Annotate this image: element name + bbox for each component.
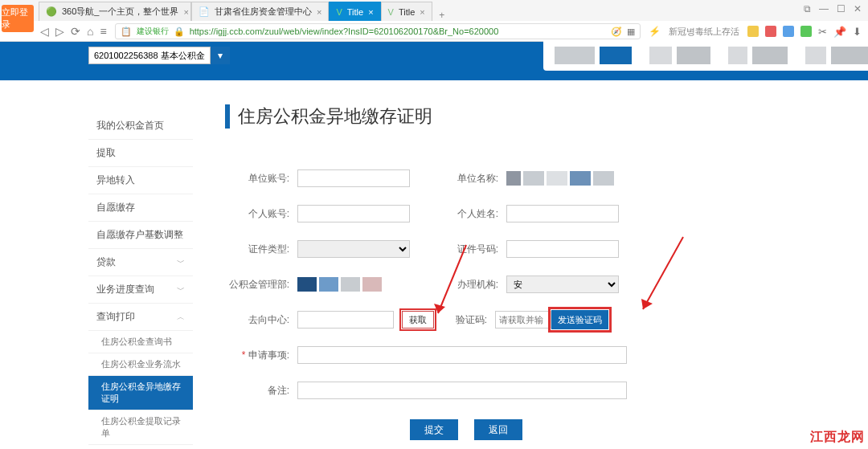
sidebar-item-query-doc[interactable]: 住房公积金查询书 [88,331,193,353]
sidebar-item-home[interactable]: 我的公积金首页 [88,112,193,140]
label-unit-acct: 单位账号: [225,172,297,186]
login-badge[interactable]: 立即登录 [2,5,34,32]
sidebar-item-progress[interactable]: 业务进度查询﹀ [88,276,193,304]
close-icon[interactable]: × [420,7,424,17]
page-header: ▾ [0,42,868,80]
shield-icon[interactable]: ⚡ [649,26,661,37]
cert-no-input[interactable] [506,240,619,258]
chevron-down-icon[interactable]: ▾ [211,47,230,64]
ext-icon[interactable] [800,26,812,37]
remark-input[interactable] [297,382,627,399]
label-vcode: 验证码: [439,313,495,327]
window-close-icon[interactable]: ✕ [854,3,862,14]
sidebar-item-voluntary[interactable]: 自愿缴存 [88,194,193,222]
pin-icon[interactable]: 📌 [833,26,846,38]
tab-gansu[interactable]: 📄甘肃省住房资金管理中心× [191,2,329,21]
back-icon[interactable]: ◁ [40,25,49,38]
account-selector[interactable]: ▾ [88,47,230,64]
cert-type-select[interactable] [297,240,410,258]
pers-acct-input[interactable] [297,205,410,222]
mgmt-redacted [297,277,418,292]
qr-icon[interactable]: ▦ [627,27,635,37]
toolbar-right: ✂ 📌 ⬇ [747,26,862,38]
tab-title[interactable]: VTitle× [381,2,432,21]
home-icon[interactable]: ⌂ [87,25,93,38]
reload-icon[interactable]: ⟳ [71,25,80,38]
tab-360[interactable]: 🟢360导航_一个主页，整个世界× [39,2,191,21]
compass-icon[interactable]: 🧭 [611,27,622,37]
search-hint[interactable]: 新冠병毒纸上存活 [669,26,739,38]
tab-title-active[interactable]: VTitle× [329,2,380,21]
header-redaction [543,40,868,71]
sidebar-item-messages[interactable]: 消息动态 [88,445,193,449]
sidebar-item-loan[interactable]: 贷款﹀ [88,249,193,276]
sidebar-item-withdraw-rec[interactable]: 住房公积金提取记录单 [88,410,193,445]
ext-icon[interactable] [783,26,794,37]
form: 单位账号: 单位名称: 个人账号: 个人姓名: 证件类型: 证件号码: [225,161,868,440]
label-cert-type: 证件类型: [225,243,297,256]
window-max-icon[interactable]: ☐ [837,3,845,14]
main-content: 住房公积金异地缴存证明 单位账号: 单位名称: 个人账号: 个人姓名: 证件类型… [193,80,868,449]
page-title: 住房公积金异地缴存证明 [225,104,868,129]
apply-input[interactable] [297,346,627,364]
scissors-icon[interactable]: ✂ [818,26,827,38]
get-button[interactable]: 获取 [402,311,434,329]
address-bar: ◁ ▷ ⟳ ⌂ ≡ 📋 建设银行 🔒 🧭 ▦ ⚡ 新冠병毒纸上存活 ✂ 📌 ⬇ [0,21,868,42]
label-dest: 去向中心: [225,313,297,327]
chevron-down-icon: ﹀ [177,284,185,296]
sidebar-item-transfer[interactable]: 异地转入 [88,167,193,194]
vcode-input[interactable] [495,311,551,329]
label-mgmt: 公积金管理部: [225,278,297,292]
browser-chrome: 🟢360导航_一个主页，整个世界× 📄甘肃省住房资金管理中心× VTitle× … [0,0,868,42]
cert-icon: 📋 [121,27,132,37]
close-icon[interactable]: × [183,7,188,17]
ext-icon[interactable] [747,26,759,37]
label-pers-acct: 个人账号: [225,207,297,221]
label-cert-no: 证件号码: [434,243,506,256]
lock-icon: 🔒 [174,27,185,37]
chevron-down-icon: ﹀ [177,257,185,268]
new-tab-button[interactable]: + [432,10,452,21]
unit-acct-input[interactable] [297,169,410,187]
label-unit-name: 单位名称: [434,172,506,186]
url-box[interactable]: 📋 建设银行 🔒 🧭 ▦ [115,23,641,39]
browser-tabs: 🟢360导航_一个主页，整个世界× 📄甘肃省住房资金管理中心× VTitle× … [0,0,868,21]
label-pers-name: 个人姓名: [434,207,506,221]
dest-input[interactable] [297,311,394,329]
label-agency: 办理机构: [434,278,506,292]
watermark: 江西龙网 [810,429,865,446]
sidebar-item-remote-cert[interactable]: 住房公积金异地缴存证明 [88,376,193,410]
sidebar-item-withdraw[interactable]: 提取 [88,140,193,167]
download-icon[interactable]: ⬇ [853,26,862,38]
window-popout-icon[interactable]: ⧉ [804,3,811,14]
label-apply: 申请事项: [225,349,297,362]
forward-icon[interactable]: ▷ [55,25,64,38]
close-icon[interactable]: × [368,7,373,17]
ext-icon[interactable] [765,26,776,37]
window-controls: ⧉ — ☐ ✕ [804,3,862,14]
unit-name-redacted [506,171,635,186]
sidebar-item-flow[interactable]: 住房公积金业务流水 [88,353,193,376]
chevron-up-icon: ︿ [177,312,185,323]
back-button[interactable]: 返回 [474,419,522,440]
close-icon[interactable]: × [317,7,321,17]
submit-button[interactable]: 提交 [410,419,458,440]
agency-select[interactable]: 安 [506,276,619,293]
cert-label: 建设银行 [137,26,169,37]
pers-name-input[interactable] [506,205,619,222]
url-input[interactable] [190,27,606,36]
menu-icon[interactable]: ≡ [100,25,106,38]
window-min-icon[interactable]: — [819,3,829,14]
sidebar-item-print[interactable]: 查询打印︿ [88,304,193,331]
sidebar-item-base-adjust[interactable]: 自愿缴存户基数调整 [88,222,193,249]
account-input[interactable] [88,47,211,64]
sidebar: 我的公积金首页 提取 异地转入 自愿缴存 自愿缴存户基数调整 贷款﹀ 业务进度查… [88,112,193,449]
send-code-button[interactable]: 发送验证码 [551,310,608,329]
label-remark: 备注: [225,384,297,398]
